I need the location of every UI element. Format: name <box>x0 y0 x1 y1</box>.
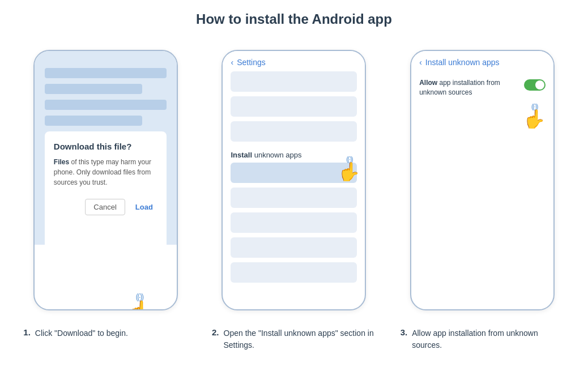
phone2-content: ‹ Settings Install unknown apps ((·)) 👆 <box>223 51 365 283</box>
phone3-content: ‹ Install unknown apps Allow app install… <box>411 51 553 135</box>
list-row-3 <box>231 121 357 142</box>
step-1-desc: 1. Click "Download" to begin. <box>20 327 190 339</box>
page-title: How to install the Android app <box>17 11 571 27</box>
back-arrow-icon-3: ‹ <box>419 58 422 67</box>
list-row-5 <box>231 212 357 233</box>
allow-highlight: Allow <box>419 79 437 87</box>
step-2-number: 2. <box>212 327 219 337</box>
step-1: Download this file? Files of this type m… <box>20 50 190 339</box>
toggle-row: Allow app installation from unknown sour… <box>419 78 546 97</box>
tap-hand-3: ((·)) 👆 <box>523 102 546 130</box>
hand-icon-2: 👆 <box>338 161 360 182</box>
steps-container: Download this file? Files of this type m… <box>17 50 571 351</box>
load-button[interactable]: Load <box>131 199 157 215</box>
phone2-rows-below <box>223 188 365 283</box>
phone3-main: Allow app installation from unknown sour… <box>411 73 553 135</box>
step-3-number: 3. <box>400 327 408 337</box>
download-dialog: Download this file? Files of this type m… <box>45 131 167 245</box>
phone1-content: Download this file? Files of this type m… <box>35 51 177 245</box>
step-3-text: Allow app installation from unknown sour… <box>412 327 564 351</box>
phone1-bars <box>45 68 167 126</box>
bar-2 <box>45 84 142 94</box>
list-row-6 <box>231 237 357 258</box>
install-highlight: Install <box>231 151 252 159</box>
cancel-button[interactable]: Cancel <box>85 199 125 215</box>
list-row-4 <box>231 188 357 208</box>
phone2-rows-above <box>223 71 365 142</box>
dialog-text: Files of this type may harm your phone. … <box>54 157 157 188</box>
back-arrow-icon-2: ‹ <box>231 58 233 67</box>
phone2-active-row-wrapper: ((·)) 👆 <box>223 163 365 183</box>
tap-hand-1: ((·)) 👆 <box>127 292 151 310</box>
step-3: ‹ Install unknown apps Allow app install… <box>398 50 568 351</box>
hand-icon-1: 👆 <box>127 299 151 310</box>
tap-hand-2: ((·)) 👆 <box>338 155 360 182</box>
phone-mockup-1: Download this file? Files of this type m… <box>33 50 178 310</box>
bar-1 <box>45 68 167 78</box>
toggle-switch[interactable] <box>524 79 546 91</box>
list-row-7 <box>231 262 357 283</box>
install-unknown-label: Install unknown apps <box>425 58 500 67</box>
bar-3 <box>45 100 167 110</box>
dialog-buttons: Cancel Load <box>54 199 157 215</box>
step-1-text: Click "Download" to begin. <box>35 327 128 339</box>
list-row-1 <box>231 71 357 92</box>
phone3-tap-wrapper: ((·)) 👆 <box>419 102 546 130</box>
toggle-label: Allow app installation from unknown sour… <box>419 78 514 97</box>
dialog-text-highlight: Files <box>54 158 69 166</box>
phone2-header: ‹ Settings <box>223 51 365 71</box>
list-row-2 <box>231 96 357 117</box>
step-2-text: Open the "Install unknown apps" section … <box>224 327 376 351</box>
phone-mockup-3: ‹ Install unknown apps Allow app install… <box>410 50 555 310</box>
step-1-number: 1. <box>23 327 31 337</box>
step-3-desc: 3. Allow app installation from unknown s… <box>398 327 568 351</box>
phone3-header: ‹ Install unknown apps <box>411 51 553 73</box>
step-2-desc: 2. Open the "Install unknown apps" secti… <box>209 327 379 351</box>
bar-4 <box>45 116 142 126</box>
phone-mockup-2: ‹ Settings Install unknown apps ((·)) 👆 <box>221 50 366 310</box>
step-2: ‹ Settings Install unknown apps ((·)) 👆 <box>209 50 379 351</box>
dialog-title: Download this file? <box>54 142 157 151</box>
hand-icon-3: 👆 <box>523 108 546 130</box>
settings-label: Settings <box>237 58 266 67</box>
